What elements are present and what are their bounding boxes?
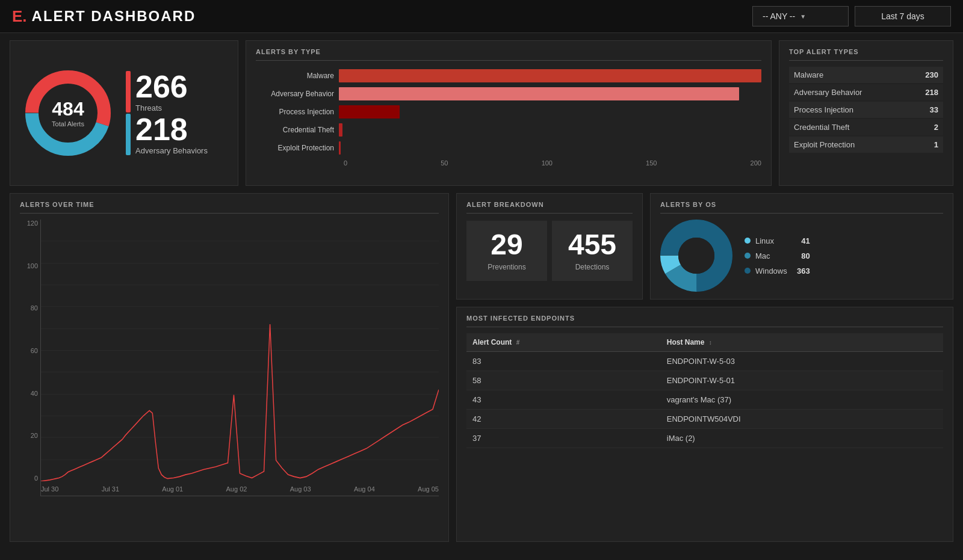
threats-label: Threats [135, 103, 188, 112]
total-alerts-label: Total Alerts [52, 120, 84, 128]
table-row: 42 ENDPOINTW504VDI [466, 410, 943, 429]
bar-axis: 0 50 100 150 200 [256, 159, 761, 167]
os-name: Windows [755, 266, 787, 275]
bar-row: Malware [256, 69, 761, 82]
os-count: 41 [792, 236, 810, 245]
chart-area: Jul 30 Jul 31 Aug 01 Aug 02 Aug 03 Aug 0… [40, 220, 439, 496]
list-item: Exploit Protection 1 [789, 137, 943, 153]
preventions-label: Preventions [476, 263, 537, 271]
list-item: Process Injection 33 [789, 102, 943, 118]
table-row: 37 iMac (2) [466, 429, 943, 448]
os-legend-row: Windows 363 [745, 266, 810, 275]
host-cell: iMac (2) [661, 429, 943, 448]
bar-label: Process Injection [256, 108, 334, 116]
os-donut-svg [660, 220, 732, 292]
threats-info: 266 Threats [135, 71, 188, 112]
type-count: 218 [925, 88, 938, 97]
header-controls: -- ANY -- ▼ Last 7 days [752, 6, 951, 26]
os-dot [745, 253, 751, 259]
host-cell: ENDPOINT-W-5-01 [661, 371, 943, 390]
alerts-over-time-panel: ALERTS OVER TIME 120 100 80 60 40 20 0 [10, 193, 449, 542]
os-content: Linux 41 Mac 80 Windows 363 [660, 220, 943, 292]
type-count: 1 [934, 140, 938, 149]
detections-label: Detections [562, 263, 623, 271]
bar-fill [339, 105, 400, 118]
alert-breakdown-title: ALERT BREAKDOWN [466, 201, 633, 214]
bar-fill [339, 141, 341, 155]
table-row: 43 vagrant's Mac (37) [466, 390, 943, 410]
summary-panel: 484 Total Alerts 266 Threats 218 [10, 40, 238, 186]
alerts-by-os-title: ALERTS BY OS [660, 201, 943, 214]
bar-row: Credential Theft [256, 123, 761, 137]
bar-label: Exploit Protection [256, 144, 334, 152]
y-axis: 120 100 80 60 40 20 0 [20, 220, 38, 496]
header: E. ALERT DASHBOARD -- ANY -- ▼ Last 7 da… [0, 0, 963, 33]
sort-count-icon[interactable]: # [516, 339, 520, 346]
col-host-header: Host Name ↕ [661, 333, 943, 352]
host-cell: ENDPOINT-W-5-03 [661, 352, 943, 371]
chevron-down-icon: ▼ [800, 13, 806, 20]
type-name: Exploit Protection [794, 140, 855, 149]
bar-label: Malware [256, 72, 334, 80]
os-donut-chart [660, 220, 732, 292]
title-block: E. ALERT DASHBOARD [12, 7, 196, 26]
endpoints-table: Alert Count # Host Name ↕ 83 ENDPOINT-W-… [466, 333, 943, 448]
top-alert-types-panel: TOP ALERT TYPES Malware 230 Adversary Be… [779, 40, 953, 186]
endpoints-panel: MOST INFECTED ENDPOINTS Alert Count # Ho… [456, 307, 953, 542]
col-count-header: Alert Count # [466, 333, 661, 352]
bar-axis-labels: 0 50 100 150 200 [344, 159, 761, 167]
behaviors-number: 218 [135, 114, 208, 145]
detections-number: 455 [562, 230, 623, 259]
os-dot [745, 238, 751, 244]
bar-chart: Malware Adversary Behavior Process Injec… [256, 67, 761, 157]
any-dropdown[interactable]: -- ANY -- ▼ [752, 6, 849, 26]
bottom-row: ALERTS OVER TIME 120 100 80 60 40 20 0 [10, 193, 953, 542]
time-chart-area: 120 100 80 60 40 20 0 [20, 220, 439, 496]
bar-label: Credential Theft [256, 126, 334, 134]
right-panels: ALERT BREAKDOWN 29 Preventions 455 Detec… [456, 193, 953, 542]
bar-label: Adversary Behavior [256, 90, 334, 98]
os-legend-row: Linux 41 [745, 236, 810, 245]
alerts-by-type-panel: ALERTS BY TYPE Malware Adversary Behavio… [246, 40, 772, 186]
os-legend: Linux 41 Mac 80 Windows 363 [745, 236, 810, 275]
bar-track [339, 105, 761, 118]
bar-track [339, 87, 761, 100]
count-cell: 58 [466, 371, 661, 390]
threats-number: 266 [135, 71, 188, 102]
behaviors-bar-indicator [126, 114, 131, 155]
os-name: Linux [755, 236, 787, 245]
bar-row: Adversary Behavior [256, 87, 761, 100]
behaviors-label: Adversary Behaviors [135, 146, 208, 155]
time-series-svg [41, 220, 439, 481]
breakdown-stats: 29 Preventions 455 Detections [466, 221, 633, 281]
os-dot [745, 268, 751, 274]
top-row: 484 Total Alerts 266 Threats 218 [10, 40, 953, 186]
alerts-by-type-title: ALERTS BY TYPE [256, 48, 761, 61]
bar-fill [339, 87, 739, 100]
type-name: Credential Theft [794, 123, 849, 132]
threats-bar-indicator [126, 71, 131, 112]
os-count: 80 [792, 251, 810, 260]
count-cell: 43 [466, 390, 661, 410]
page-title: ALERT DASHBOARD [32, 8, 196, 25]
type-count: 230 [925, 70, 938, 79]
sort-host-icon[interactable]: ↕ [709, 339, 712, 346]
timerange-button[interactable]: Last 7 days [855, 6, 951, 26]
bar-track [339, 141, 761, 155]
os-legend-row: Mac 80 [745, 251, 810, 260]
alert-breakdown-row: ALERT BREAKDOWN 29 Preventions 455 Detec… [456, 193, 953, 300]
preventions-block: 29 Preventions [466, 221, 547, 281]
list-item: Malware 230 [789, 67, 943, 83]
bar-row: Process Injection [256, 105, 761, 118]
preventions-number: 29 [476, 230, 537, 259]
top-alert-types-title: TOP ALERT TYPES [789, 48, 943, 61]
bar-fill [339, 69, 761, 82]
behaviors-info: 218 Adversary Behaviors [135, 114, 208, 155]
count-cell: 83 [466, 352, 661, 371]
behaviors-block: 218 Adversary Behaviors [126, 114, 228, 155]
os-name: Mac [755, 251, 787, 260]
bar-fill [339, 123, 342, 137]
type-count: 2 [934, 123, 938, 132]
os-count: 363 [792, 266, 810, 275]
type-name: Malware [794, 70, 823, 79]
